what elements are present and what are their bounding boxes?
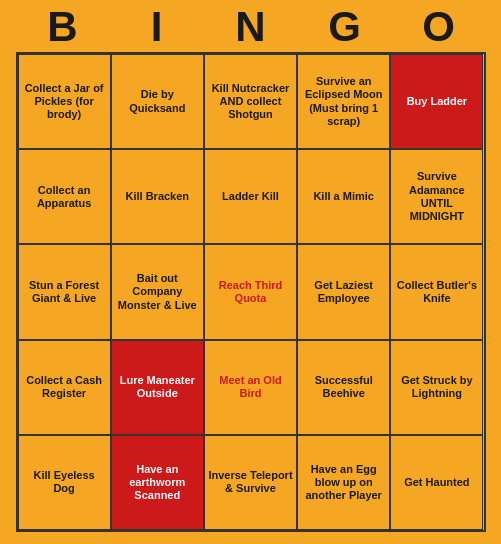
cell-18: Successful Beehive <box>297 340 390 435</box>
cell-0: Collect a Jar of Pickles (for brody) <box>18 54 111 149</box>
cell-13: Get Laziest Employee <box>297 244 390 339</box>
cell-15: Collect a Cash Register <box>18 340 111 435</box>
cell-17: Meet an Old Bird <box>204 340 297 435</box>
bingo-title-row: B I N G O <box>16 0 486 52</box>
cell-6: Kill Bracken <box>111 149 204 244</box>
cell-7: Ladder Kill <box>204 149 297 244</box>
letter-b: B <box>37 6 89 48</box>
cell-16: Lure Maneater Outside <box>111 340 204 435</box>
cell-22: Inverse Teleport & Survive <box>204 435 297 530</box>
cell-14: Collect Butler's Knife <box>390 244 483 339</box>
letter-i: I <box>131 6 183 48</box>
bingo-grid: Collect a Jar of Pickles (for brody)Die … <box>16 52 486 532</box>
letter-o: O <box>413 6 465 48</box>
cell-4: Buy Ladder <box>390 54 483 149</box>
cell-20: Kill Eyeless Dog <box>18 435 111 530</box>
cell-21: Have an earthworm Scanned <box>111 435 204 530</box>
cell-24: Get Haunted <box>390 435 483 530</box>
cell-3: Survive an Eclipsed Moon (Must bring 1 s… <box>297 54 390 149</box>
cell-12: Reach Third Quota <box>204 244 297 339</box>
cell-10: Stun a Forest Giant & Live <box>18 244 111 339</box>
cell-1: Die by Quicksand <box>111 54 204 149</box>
cell-5: Collect an Apparatus <box>18 149 111 244</box>
letter-g: G <box>319 6 371 48</box>
cell-9: Survive Adamance UNTIL MIDNIGHT <box>390 149 483 244</box>
cell-19: Get Struck by Lightning <box>390 340 483 435</box>
cell-23: Have an Egg blow up on another Player <box>297 435 390 530</box>
letter-n: N <box>225 6 277 48</box>
cell-11: Bait out Company Monster & Live <box>111 244 204 339</box>
cell-2: Kill Nutcracker AND collect Shotgun <box>204 54 297 149</box>
cell-8: Kill a Mimic <box>297 149 390 244</box>
